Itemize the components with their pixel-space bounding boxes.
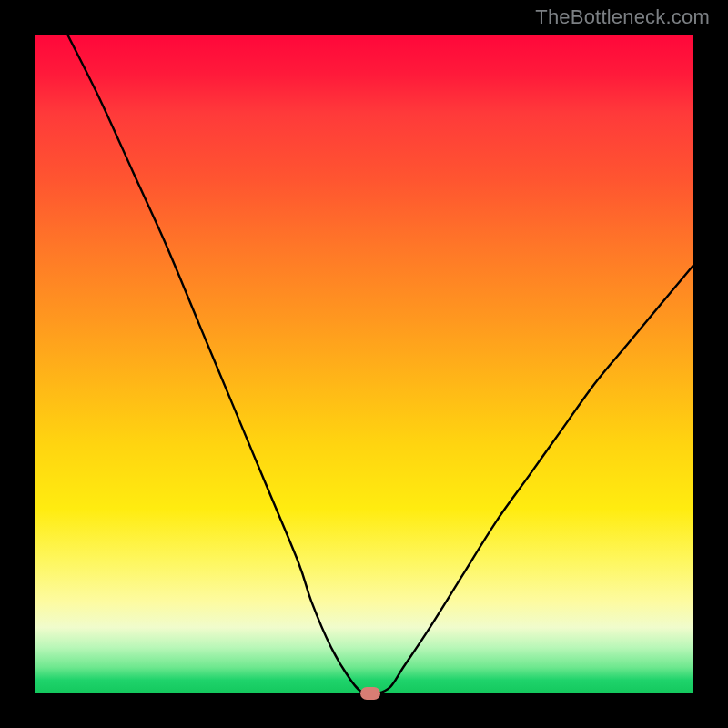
bottleneck-curve: [35, 35, 693, 693]
optimal-point-marker: [360, 687, 380, 700]
chart-frame: TheBottleneck.com: [0, 0, 728, 728]
plot-area: [35, 35, 693, 693]
watermark-text: TheBottleneck.com: [535, 5, 710, 29]
